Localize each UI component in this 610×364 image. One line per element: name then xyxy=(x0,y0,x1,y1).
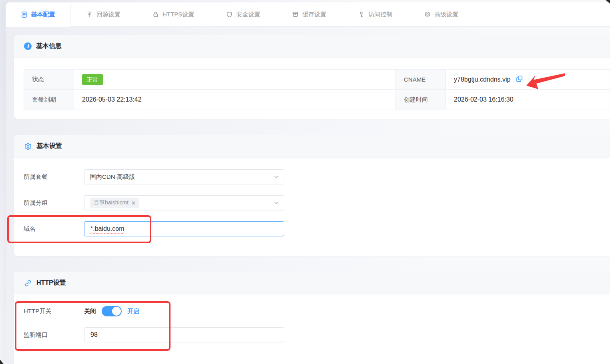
section-title: HTTP设置 xyxy=(36,279,66,287)
http-toggle[interactable] xyxy=(102,306,122,316)
basic-info-card: i 基本信息 状态 正常 CNAME y78bgtju.cdndns.vip xyxy=(14,35,610,119)
http-settings-header: HTTP设置 xyxy=(14,272,610,294)
http-switch-row: HTTP开关 关闭 开启 xyxy=(24,306,600,316)
domain-row: 域名 *.baidu.com xyxy=(24,221,600,236)
domain-input[interactable]: *.baidu.com xyxy=(84,221,284,236)
group-label: 所属分组 xyxy=(24,199,84,207)
chevron-down-icon xyxy=(273,200,279,206)
section-title: 基本信息 xyxy=(36,42,62,50)
shield-icon xyxy=(226,11,233,18)
tag-close-icon[interactable] xyxy=(131,201,136,205)
gear-icon xyxy=(424,11,431,18)
switch-on-text: 开启 xyxy=(127,308,139,315)
status-badge: 正常 xyxy=(82,74,103,85)
http-settings-card: HTTP设置 HTTP开关 关闭 开启 监听端口 xyxy=(14,272,610,364)
listen-port-value: 98 xyxy=(90,331,98,338)
group-row: 所属分组 百事baishicmt xyxy=(24,195,600,210)
tab-label: 回源设置 xyxy=(96,11,120,18)
copy-cname-button[interactable] xyxy=(516,75,523,84)
plan-expire-label: 套餐到期 xyxy=(24,90,74,110)
toggle-knob xyxy=(112,307,121,316)
upload-icon xyxy=(86,11,93,18)
tab-label: 基本配置 xyxy=(31,11,55,18)
tab-access-control[interactable]: 访问控制 xyxy=(342,2,408,27)
tab-security-settings[interactable]: 安全设置 xyxy=(210,2,276,27)
created-time-label: 创建时间 xyxy=(396,90,446,110)
content-area: i 基本信息 状态 正常 CNAME y78bgtju.cdndns.vip xyxy=(6,27,610,364)
tab-label: 缓存设置 xyxy=(302,11,326,18)
plan-select[interactable]: 国内CDN-高级版 xyxy=(84,169,284,184)
http-settings-form: HTTP开关 关闭 开启 监听端口 98 xyxy=(14,294,610,342)
tab-https-settings[interactable]: HTTPS设置 xyxy=(136,2,210,27)
tab-label: 高级设置 xyxy=(434,11,458,18)
listen-port-row: 监听端口 98 xyxy=(24,327,600,342)
copy-icon xyxy=(516,75,523,84)
gear-outline-icon xyxy=(24,142,32,150)
plan-row: 所属套餐 国内CDN-高级版 xyxy=(24,169,600,184)
chevron-down-icon xyxy=(273,174,279,180)
group-tag: 百事baishicmt xyxy=(90,198,139,208)
plan-label: 所属套餐 xyxy=(24,173,84,181)
lock-icon xyxy=(152,11,159,18)
tab-advanced-settings[interactable]: 高级设置 xyxy=(408,2,474,27)
basic-settings-form: 所属套餐 国内CDN-高级版 所属分组 百事baishicmt xyxy=(14,158,610,236)
status-label: 状态 xyxy=(24,70,74,90)
listen-port-label: 监听端口 xyxy=(24,331,84,339)
domain-label: 域名 xyxy=(24,225,84,233)
file-text-icon xyxy=(21,11,28,18)
archive-box-icon xyxy=(292,11,299,18)
cname-cell: y78bgtju.cdndns.vip xyxy=(446,70,610,90)
tab-label: 安全设置 xyxy=(236,11,260,18)
cname-value: y78bgtju.cdndns.vip xyxy=(454,76,510,83)
info-circle-icon: i xyxy=(24,42,32,50)
http-switch-group: 关闭 开启 xyxy=(84,306,139,316)
tab-basic-config[interactable]: 基本配置 xyxy=(6,2,70,27)
basic-settings-card: 基本设置 所属套餐 国内CDN-高级版 所属分组 xyxy=(14,135,610,256)
basic-settings-header: 基本设置 xyxy=(14,135,610,158)
switch-off-text: 关闭 xyxy=(84,308,96,315)
created-time-value: 2026-02-03 16:16:30 xyxy=(446,90,610,110)
tab-label: HTTPS设置 xyxy=(163,11,194,18)
cursor-artifact-bottom-left xyxy=(0,358,4,364)
tab-label: 访问控制 xyxy=(368,11,392,18)
http-switch-label: HTTP开关 xyxy=(24,308,84,315)
listen-port-input[interactable]: 98 xyxy=(84,327,284,342)
tab-cache-settings[interactable]: 缓存设置 xyxy=(276,2,342,27)
section-title: 基本设置 xyxy=(36,142,62,150)
key-icon xyxy=(358,11,365,18)
plan-expire-value: 2026-05-03 22:13:42 xyxy=(74,90,396,110)
tab-origin-settings[interactable]: 回源设置 xyxy=(70,2,136,27)
plan-select-value: 国内CDN-高级版 xyxy=(90,173,135,181)
main-panel: 基本配置 回源设置 HTTPS设置 安全设置 xyxy=(6,2,610,364)
domain-input-value: *.baidu.com xyxy=(90,225,124,232)
basic-info-table: 状态 正常 CNAME y78bgtju.cdndns.vip 套餐到期 xyxy=(24,69,610,110)
status-cell: 正常 xyxy=(74,70,396,90)
cname-label: CNAME xyxy=(396,70,446,90)
basic-info-header: i 基本信息 xyxy=(14,35,610,58)
group-tag-label: 百事baishicmt xyxy=(94,199,128,206)
group-multiselect[interactable]: 百事baishicmt xyxy=(84,195,284,210)
tabbar-filler xyxy=(474,2,610,27)
config-tabbar: 基本配置 回源设置 HTTPS设置 安全设置 xyxy=(6,2,610,27)
link-icon xyxy=(24,279,32,287)
